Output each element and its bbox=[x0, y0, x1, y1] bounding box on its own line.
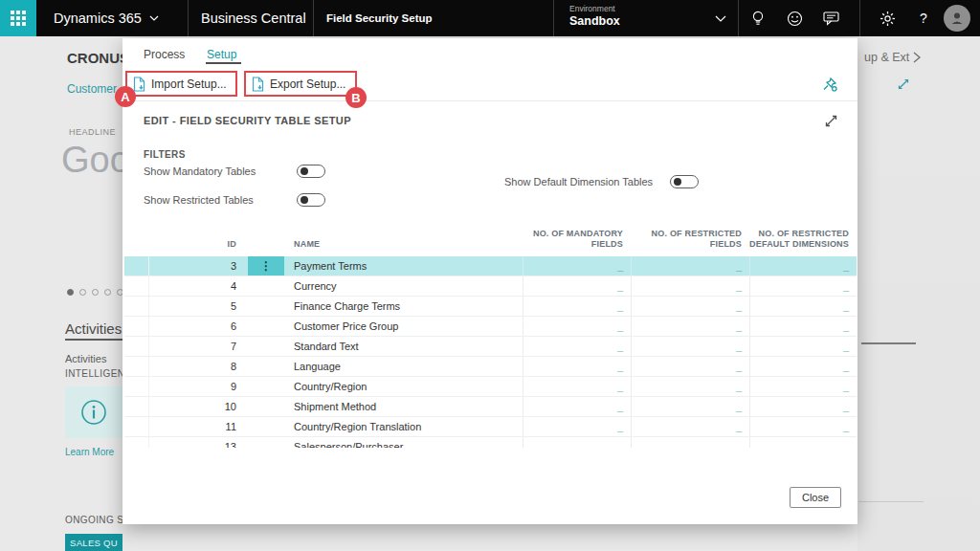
table-row[interactable]: 6 Customer Price Group _ _ _ bbox=[124, 317, 857, 337]
cell-restricted[interactable]: _ bbox=[631, 337, 749, 356]
cell-mandatory[interactable]: _ bbox=[523, 297, 631, 316]
cell-id[interactable]: 7 bbox=[148, 337, 248, 356]
cell-restricted[interactable]: _ bbox=[631, 377, 749, 396]
carousel-dot[interactable] bbox=[79, 289, 86, 296]
toggle-show-mandatory-tables[interactable] bbox=[297, 165, 325, 178]
cell-restricted[interactable]: _ bbox=[631, 256, 749, 276]
cell-id[interactable]: 5 bbox=[148, 297, 248, 316]
header-restricted-default-dimensions[interactable]: NO. OF RESTRICTED DEFAULT DIMENSIONS bbox=[749, 206, 857, 256]
cell-restricted[interactable]: _ bbox=[631, 297, 749, 316]
cell-restricted[interactable]: _ bbox=[631, 276, 749, 296]
cell-mandatory[interactable]: _ bbox=[523, 276, 631, 296]
table-row[interactable]: 7 Standard Text _ _ _ bbox=[124, 337, 857, 357]
table-row[interactable]: 11 Country/Region Translation _ _ _ bbox=[124, 417, 857, 437]
cell-dimensions[interactable]: _ bbox=[749, 276, 857, 296]
cell-restricted[interactable]: _ bbox=[631, 357, 749, 376]
header-mandatory-fields[interactable]: NO. OF MANDATORY FIELDS bbox=[523, 206, 631, 256]
help-icon: ? bbox=[920, 11, 927, 26]
headline-carousel-dots[interactable] bbox=[67, 289, 122, 296]
person-icon bbox=[949, 11, 965, 26]
export-setup-button[interactable]: Export Setup... bbox=[251, 75, 345, 94]
cell-id[interactable]: 6 bbox=[148, 317, 248, 336]
cell-dimensions[interactable]: _ bbox=[749, 397, 857, 416]
cell-name[interactable]: Customer Price Group bbox=[284, 317, 523, 336]
table-row[interactable]: 5 Finance Charge Terms _ _ _ bbox=[124, 297, 857, 317]
header-restricted-fields[interactable]: NO. OF RESTRICTED FIELDS bbox=[631, 206, 749, 256]
cell-id[interactable]: 13 bbox=[148, 437, 248, 448]
cell-id[interactable]: 4 bbox=[148, 276, 248, 296]
cell-id[interactable]: 9 bbox=[148, 377, 248, 396]
cell-id[interactable]: 8 bbox=[148, 357, 248, 376]
cell-dimensions[interactable]: _ bbox=[749, 256, 857, 276]
table-row[interactable]: 9 Country/Region _ _ _ bbox=[124, 377, 857, 397]
cell-restricted[interactable]: _ bbox=[631, 417, 749, 436]
cell-dimensions[interactable]: _ bbox=[749, 437, 857, 448]
cell-mandatory[interactable]: _ bbox=[523, 337, 631, 356]
cell-name[interactable]: Country/Region Translation bbox=[284, 417, 523, 436]
feedback-button[interactable] bbox=[814, 0, 847, 36]
cell-id[interactable]: 3 bbox=[148, 256, 248, 276]
cell-name[interactable]: Currency bbox=[284, 276, 523, 296]
cell-name[interactable]: Payment Terms bbox=[284, 256, 523, 276]
cell-name[interactable]: Salesperson/Purchaser bbox=[284, 437, 523, 448]
cell-name[interactable]: Shipment Method bbox=[284, 397, 523, 416]
toggle-show-default-dimension-tables[interactable] bbox=[670, 175, 699, 188]
cell-mandatory[interactable]: _ bbox=[523, 357, 631, 376]
carousel-dot[interactable] bbox=[104, 289, 111, 296]
ideas-button[interactable] bbox=[742, 0, 774, 36]
learn-more-link[interactable]: Learn More bbox=[65, 447, 114, 457]
row-menu-icon[interactable]: ⋮ bbox=[248, 256, 284, 276]
cell-mandatory[interactable]: _ bbox=[523, 256, 631, 276]
chevron-right-icon bbox=[913, 52, 921, 63]
table-row[interactable]: 8 Language _ _ _ bbox=[124, 357, 857, 377]
carousel-dot[interactable] bbox=[67, 289, 74, 296]
close-button[interactable]: Close bbox=[790, 487, 841, 508]
sales-quotes-tile[interactable]: SALES QU bbox=[65, 534, 122, 551]
cell-mandatory[interactable]: _ bbox=[523, 397, 631, 416]
tab-process[interactable]: Process bbox=[144, 48, 185, 61]
cell-restricted[interactable]: _ bbox=[631, 397, 749, 416]
table-row[interactable]: 10 Shipment Method _ _ _ bbox=[124, 397, 857, 417]
cell-dimensions[interactable]: _ bbox=[749, 337, 857, 356]
header-name[interactable]: NAME bbox=[284, 206, 523, 256]
cell-restricted[interactable]: _ bbox=[631, 437, 749, 448]
cell-dimensions[interactable]: _ bbox=[749, 377, 857, 396]
table-row[interactable]: 4 Currency _ _ _ bbox=[124, 276, 857, 297]
toggle-show-restricted-tables[interactable] bbox=[297, 193, 325, 207]
cell-dimensions[interactable]: _ bbox=[749, 317, 857, 336]
settings-button[interactable] bbox=[871, 0, 903, 36]
customers-nav-link[interactable]: Customer bbox=[67, 82, 117, 96]
cell-id[interactable]: 11 bbox=[148, 417, 248, 436]
cell-dimensions[interactable]: _ bbox=[749, 417, 857, 436]
cell-restricted[interactable]: _ bbox=[631, 317, 749, 336]
expand-icon[interactable] bbox=[823, 113, 839, 129]
insights-tile[interactable] bbox=[65, 386, 122, 438]
help-button[interactable]: ? bbox=[907, 0, 940, 36]
activities-dropdown[interactable]: Activities bbox=[65, 353, 106, 364]
cell-name[interactable]: Country/Region bbox=[284, 377, 523, 396]
import-setup-button[interactable]: Import Setup... bbox=[132, 75, 227, 94]
cell-name[interactable]: Standard Text bbox=[284, 337, 523, 356]
brand-menu[interactable]: Dynamics 365 bbox=[54, 0, 159, 36]
pin-icon[interactable] bbox=[821, 77, 838, 94]
table-row[interactable]: 13 Salesperson/Purchaser _ _ _ bbox=[124, 437, 857, 448]
cell-mandatory[interactable]: _ bbox=[523, 377, 631, 396]
table-row[interactable]: 3 ⋮ Payment Terms _ _ _ bbox=[124, 256, 857, 276]
cell-dimensions[interactable]: _ bbox=[749, 297, 857, 316]
cell-name[interactable]: Language bbox=[284, 357, 523, 376]
cell-name[interactable]: Finance Charge Terms bbox=[284, 297, 523, 316]
cell-mandatory[interactable]: _ bbox=[523, 417, 631, 436]
cell-dimensions[interactable]: _ bbox=[749, 357, 857, 376]
setup-extensions-link[interactable]: up & Ext bbox=[864, 51, 921, 64]
expand-icon[interactable] bbox=[896, 77, 911, 92]
header-id[interactable]: ID bbox=[148, 206, 248, 256]
tab-setup[interactable]: Setup bbox=[207, 48, 236, 61]
environment-picker[interactable]: Environment Sandbox bbox=[553, 0, 739, 36]
carousel-dot[interactable] bbox=[92, 289, 99, 296]
satisfaction-button[interactable] bbox=[778, 0, 811, 36]
account-button[interactable] bbox=[944, 5, 970, 32]
cell-mandatory[interactable]: _ bbox=[523, 317, 631, 336]
cell-mandatory[interactable]: _ bbox=[523, 437, 631, 448]
cell-id[interactable]: 10 bbox=[148, 397, 248, 416]
apps-grid-button[interactable] bbox=[0, 0, 36, 36]
